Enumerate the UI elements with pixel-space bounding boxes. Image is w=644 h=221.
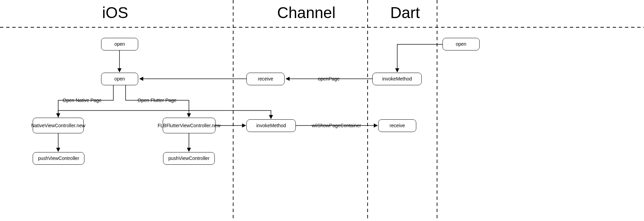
section-title-dart: Dart xyxy=(371,3,439,22)
edge-label-open-flutter: Open Flutter Page xyxy=(136,98,178,103)
section-title-ios: iOS xyxy=(102,3,128,22)
node-push-vc-right: pushViewController xyxy=(163,152,215,165)
node-ios-open-mid: open xyxy=(101,73,138,85)
node-push-vc-left: pushViewController xyxy=(33,152,84,165)
edge-label-wii-show: wiiShowPageContainer xyxy=(310,123,363,128)
node-ios-open-top: open xyxy=(101,38,138,50)
section-title-channel: Channel xyxy=(221,3,391,22)
edge-label-open-page: openPage xyxy=(317,76,341,82)
node-dart-open: open xyxy=(442,38,480,50)
node-flb-vc-new: FLBFlutterViewController.new xyxy=(163,118,215,133)
node-dart-invoke: invokeMethod xyxy=(372,73,422,85)
node-native-vc-new: NativeViewController.new xyxy=(33,118,84,133)
node-channel-invoke: invokeMethod xyxy=(246,119,296,132)
node-dart-receive: receive xyxy=(378,119,416,132)
edge-label-open-native: Open Native Page xyxy=(61,98,103,103)
node-channel-receive: receive xyxy=(246,73,285,85)
diagram-lines xyxy=(0,0,644,221)
